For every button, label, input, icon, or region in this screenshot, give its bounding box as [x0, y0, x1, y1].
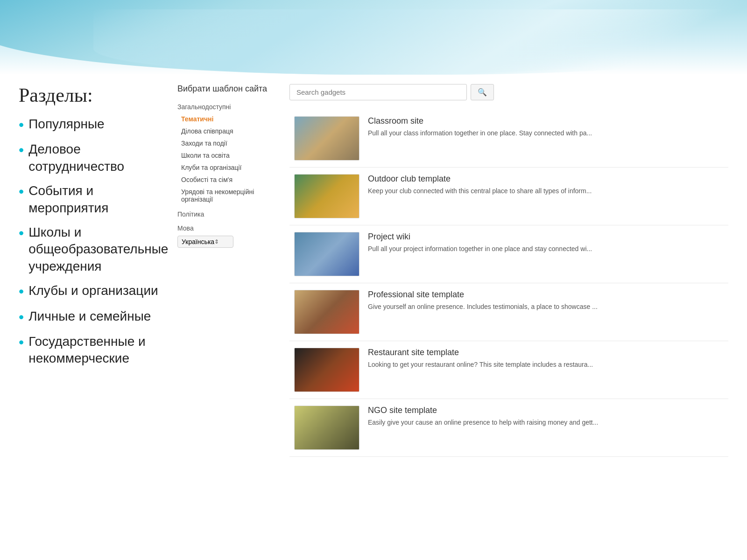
template-name: Project wiki	[368, 232, 724, 242]
template-description: Easily give your cause an online presenc…	[368, 418, 724, 427]
template-description: Looking to get your restaurant online? T…	[368, 360, 724, 370]
template-description: Pull all your class information together…	[368, 128, 724, 138]
template-item[interactable]: Outdoor club templateKeep your club conn…	[289, 168, 728, 225]
template-description: Pull all your project information togeth…	[368, 244, 724, 254]
sidebar-list-item[interactable]: Популярные	[19, 116, 168, 133]
sidebar-list-item[interactable]: Личные и семейные	[19, 308, 168, 326]
template-item[interactable]: NGO site templateEasily give your cause …	[289, 399, 728, 457]
filter-item[interactable]: Школи та освіта	[177, 151, 280, 160]
filter-item[interactable]: Особисті та сім'я	[177, 175, 280, 184]
policy-label: Політика	[177, 210, 280, 218]
template-thumbnail	[294, 290, 359, 334]
template-thumbnail	[294, 232, 359, 276]
sidebar-list-item[interactable]: Государственные и некоммерческие	[19, 333, 168, 367]
center-panel: Вибрати шаблон сайта Загальнодоступні Те…	[177, 84, 280, 457]
template-info: NGO site templateEasily give your cause …	[368, 406, 724, 427]
filter-general-label: Загальнодоступні	[177, 103, 280, 111]
choose-template-title: Вибрати шаблон сайта	[177, 84, 280, 94]
sidebar-title: Разделы:	[19, 84, 168, 106]
template-thumbnail	[294, 174, 359, 218]
template-info: Project wikiPull all your project inform…	[368, 232, 724, 254]
template-item[interactable]: Restaurant site templateLooking to get y…	[289, 341, 728, 399]
language-label: Мова	[177, 224, 280, 232]
filter-themed[interactable]: Тематичні	[177, 114, 280, 124]
filter-item[interactable]: Заходи та події	[177, 139, 280, 148]
sidebar-list-item[interactable]: События и мероприятия	[19, 182, 168, 217]
template-description: Give yourself an online presence. Includ…	[368, 302, 724, 312]
search-icon: 🔍	[478, 88, 487, 96]
template-info: Classroom sitePull all your class inform…	[368, 116, 724, 138]
filter-item[interactable]: Ділова співпраця	[177, 126, 280, 136]
left-sidebar: Разделы: ПопулярныеДеловое сотрудничеств…	[19, 84, 177, 457]
template-thumbnail	[294, 406, 359, 450]
search-input[interactable]	[289, 84, 467, 100]
filter-item[interactable]: Клуби та організації	[177, 163, 280, 172]
language-value: Українська	[182, 238, 214, 245]
wave-header	[0, 0, 747, 75]
template-thumbnail	[294, 348, 359, 392]
template-name: Professional site template	[368, 290, 724, 300]
template-name: Outdoor club template	[368, 174, 724, 184]
template-description: Keep your club connected with this centr…	[368, 186, 724, 196]
template-name: Restaurant site template	[368, 348, 724, 357]
template-name: NGO site template	[368, 406, 724, 415]
language-select[interactable]: Українська ⇕	[177, 236, 233, 248]
language-arrow-icon: ⇕	[214, 238, 229, 245]
template-name: Classroom site	[368, 116, 724, 126]
search-bar: 🔍	[289, 84, 728, 100]
template-info: Restaurant site templateLooking to get y…	[368, 348, 724, 370]
template-info: Outdoor club templateKeep your club conn…	[368, 174, 724, 196]
template-item[interactable]: Classroom sitePull all your class inform…	[289, 110, 728, 168]
template-list: Classroom sitePull all your class inform…	[289, 110, 728, 457]
template-info: Professional site templateGive yourself …	[368, 290, 724, 312]
sidebar-list-item[interactable]: Школы и общеобразовательные учреждения	[19, 224, 168, 275]
template-thumbnail	[294, 116, 359, 161]
sidebar-list: ПопулярныеДеловое сотрудничествоСобытия …	[19, 116, 168, 367]
template-item[interactable]: Project wikiPull all your project inform…	[289, 225, 728, 283]
sidebar-list-item[interactable]: Деловое сотрудничество	[19, 141, 168, 175]
search-button[interactable]: 🔍	[471, 84, 494, 100]
template-item[interactable]: Professional site templateGive yourself …	[289, 283, 728, 341]
sidebar-list-item[interactable]: Клубы и организации	[19, 282, 168, 300]
right-panel: 🔍 Classroom sitePull all your class info…	[280, 84, 728, 457]
filter-item[interactable]: Урядові та некомерційні організації	[177, 187, 280, 204]
